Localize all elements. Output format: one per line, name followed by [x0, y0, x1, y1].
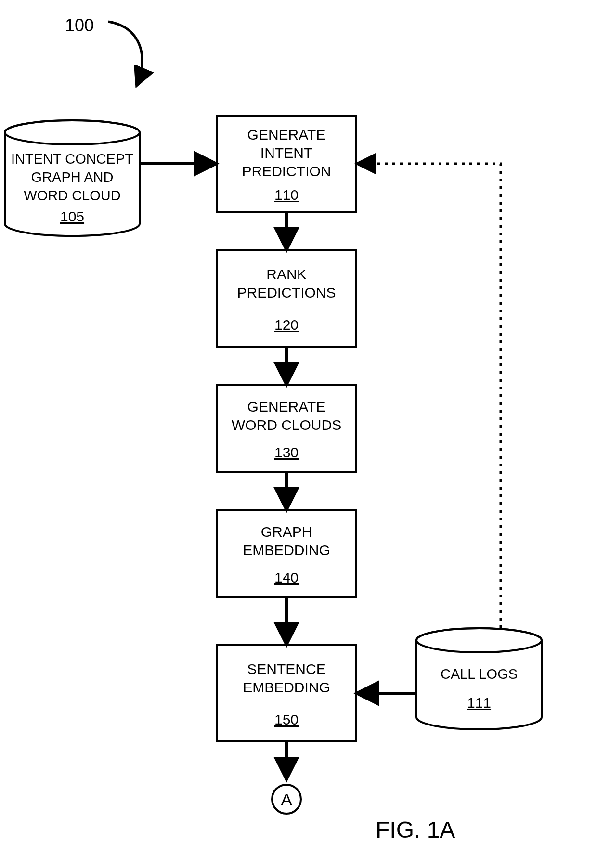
b110-line2: INTENT: [260, 145, 312, 161]
cyl111-line1: CALL LOGS: [441, 666, 518, 682]
b140-line1: GRAPH: [261, 524, 312, 540]
b130-line1: GENERATE: [247, 399, 326, 415]
b130-line2: WORD CLOUDS: [232, 417, 341, 433]
b140-line2: EMBEDDING: [243, 542, 330, 558]
off-page-connector-a: A: [272, 785, 301, 814]
pointer-arrow: [108, 22, 142, 84]
b110-line3: PREDICTION: [242, 163, 331, 179]
cylinder-intent-concept: INTENT CONCEPT GRAPH AND WORD CLOUD 105: [5, 120, 140, 236]
b110-line1: GENERATE: [247, 127, 326, 143]
box-140: GRAPH EMBEDDING 140: [217, 510, 356, 597]
b110-ref: 110: [274, 187, 298, 203]
cyl111-ref: 111: [467, 695, 491, 711]
box-120: RANK PREDICTIONS 120: [217, 250, 356, 347]
cyl105-line2: GRAPH AND: [31, 169, 114, 185]
cylinder-call-logs: CALL LOGS 111: [416, 628, 542, 729]
cyl105-ref: 105: [60, 208, 84, 224]
pointer-label: 100: [65, 15, 94, 35]
flowchart-svg: 100 INTENT CONCEPT GRAPH AND WORD CLOUD …: [0, 0, 597, 868]
figure-label: FIG. 1A: [376, 817, 455, 842]
b140-ref: 140: [274, 570, 298, 585]
box-150: SENTENCE EMBEDDING 150: [217, 645, 356, 741]
b120-line2: PREDICTIONS: [237, 285, 336, 300]
box-110: GENERATE INTENT PREDICTION 110: [217, 116, 356, 212]
b120-ref: 120: [274, 317, 298, 333]
cyl105-line1: INTENT CONCEPT: [11, 151, 133, 167]
b150-line1: SENTENCE: [247, 661, 325, 677]
connector-a-label: A: [281, 790, 292, 808]
b130-ref: 130: [274, 444, 298, 460]
box-130: GENERATE WORD CLOUDS 130: [217, 385, 356, 472]
dotted-arrow-111-to-110: [359, 164, 501, 628]
b150-line2: EMBEDDING: [243, 679, 330, 695]
b150-ref: 150: [274, 712, 298, 727]
b120-line1: RANK: [266, 266, 306, 282]
cyl105-line3: WORD CLOUD: [24, 188, 120, 203]
